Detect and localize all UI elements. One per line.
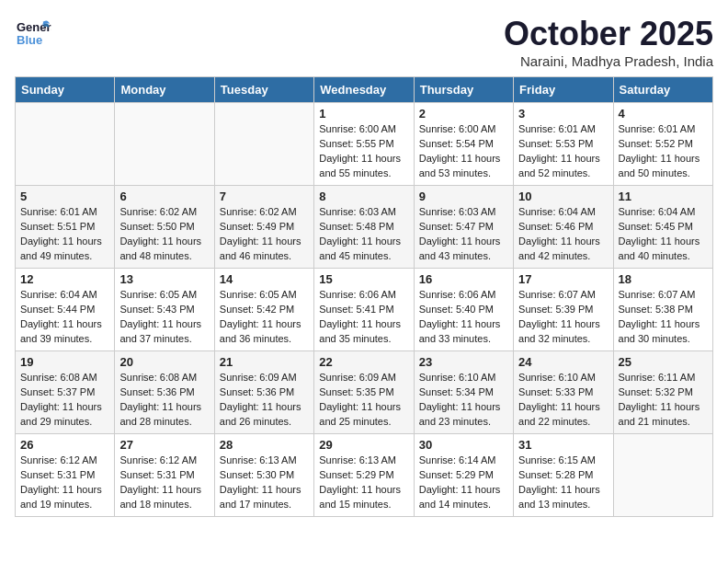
day-number: 31 [518, 438, 608, 452]
weekday-wednesday: Wednesday [314, 77, 414, 103]
day-number: 10 [518, 190, 608, 203]
day-cell: 18Sunrise: 6:07 AMSunset: 5:38 PMDayligh… [613, 269, 712, 351]
day-cell: 5Sunrise: 6:01 AMSunset: 5:51 PMDaylight… [16, 186, 115, 269]
day-number: 22 [319, 355, 408, 369]
day-info: Sunrise: 6:10 AMSunset: 5:34 PMDaylight:… [419, 371, 508, 430]
day-number: 20 [119, 355, 209, 369]
calendar-table: SundayMondayTuesdayWednesdayThursdayFrid… [15, 76, 713, 517]
day-cell [115, 103, 214, 186]
day-cell: 2Sunrise: 6:00 AMSunset: 5:54 PMDaylight… [414, 103, 513, 186]
day-number: 3 [518, 107, 608, 121]
day-info: Sunrise: 6:10 AMSunset: 5:33 PMDaylight:… [518, 371, 608, 430]
day-info: Sunrise: 6:13 AMSunset: 5:30 PMDaylight:… [220, 454, 309, 512]
day-cell: 24Sunrise: 6:10 AMSunset: 5:33 PMDayligh… [514, 351, 613, 434]
day-cell: 1Sunrise: 6:00 AMSunset: 5:55 PMDaylight… [314, 103, 414, 186]
day-number: 2 [419, 107, 508, 121]
svg-text:Blue: Blue [17, 33, 42, 47]
weekday-thursday: Thursday [414, 77, 513, 103]
day-cell: 19Sunrise: 6:08 AMSunset: 5:37 PMDayligh… [16, 351, 115, 434]
day-info: Sunrise: 6:08 AMSunset: 5:37 PMDaylight:… [20, 371, 109, 430]
day-info: Sunrise: 6:02 AMSunset: 5:50 PMDaylight:… [119, 205, 209, 264]
day-info: Sunrise: 6:00 AMSunset: 5:54 PMDaylight:… [419, 122, 508, 181]
logo-svg: General Blue [15, 15, 51, 52]
location: Naraini, Madhya Pradesh, India [504, 53, 713, 69]
day-number: 14 [220, 272, 309, 286]
day-number: 24 [518, 355, 608, 369]
day-info: Sunrise: 6:03 AMSunset: 5:48 PMDaylight:… [319, 205, 408, 264]
day-number: 18 [619, 272, 708, 286]
weekday-tuesday: Tuesday [214, 77, 313, 103]
day-cell: 14Sunrise: 6:05 AMSunset: 5:42 PMDayligh… [214, 269, 313, 351]
day-number: 21 [220, 355, 309, 369]
weekday-header-row: SundayMondayTuesdayWednesdayThursdayFrid… [16, 77, 713, 103]
day-cell: 12Sunrise: 6:04 AMSunset: 5:44 PMDayligh… [16, 269, 115, 351]
week-row-1: 1Sunrise: 6:00 AMSunset: 5:55 PMDaylight… [16, 103, 713, 186]
day-info: Sunrise: 6:04 AMSunset: 5:46 PMDaylight:… [518, 205, 608, 264]
logo: General Blue [15, 15, 51, 52]
day-cell: 27Sunrise: 6:12 AMSunset: 5:31 PMDayligh… [115, 434, 214, 517]
day-info: Sunrise: 6:08 AMSunset: 5:36 PMDaylight:… [119, 371, 209, 430]
day-info: Sunrise: 6:04 AMSunset: 5:45 PMDaylight:… [619, 205, 708, 264]
day-cell: 31Sunrise: 6:15 AMSunset: 5:28 PMDayligh… [514, 434, 613, 517]
day-cell: 9Sunrise: 6:03 AMSunset: 5:47 PMDaylight… [414, 186, 513, 269]
day-number: 11 [619, 190, 708, 203]
day-info: Sunrise: 6:01 AMSunset: 5:51 PMDaylight:… [20, 205, 109, 264]
day-cell: 11Sunrise: 6:04 AMSunset: 5:45 PMDayligh… [613, 186, 712, 269]
day-info: Sunrise: 6:12 AMSunset: 5:31 PMDaylight:… [119, 454, 209, 512]
day-info: Sunrise: 6:09 AMSunset: 5:35 PMDaylight:… [319, 371, 408, 430]
day-info: Sunrise: 6:06 AMSunset: 5:40 PMDaylight:… [419, 288, 508, 347]
day-cell: 6Sunrise: 6:02 AMSunset: 5:50 PMDaylight… [115, 186, 214, 269]
day-cell: 13Sunrise: 6:05 AMSunset: 5:43 PMDayligh… [115, 269, 214, 351]
day-cell: 16Sunrise: 6:06 AMSunset: 5:40 PMDayligh… [414, 269, 513, 351]
weekday-saturday: Saturday [613, 77, 712, 103]
day-info: Sunrise: 6:07 AMSunset: 5:39 PMDaylight:… [518, 288, 608, 347]
logo-icon: General Blue [15, 15, 51, 52]
week-row-4: 19Sunrise: 6:08 AMSunset: 5:37 PMDayligh… [16, 351, 713, 434]
day-cell: 22Sunrise: 6:09 AMSunset: 5:35 PMDayligh… [314, 351, 414, 434]
day-cell: 4Sunrise: 6:01 AMSunset: 5:52 PMDaylight… [613, 103, 712, 186]
day-info: Sunrise: 6:03 AMSunset: 5:47 PMDaylight:… [419, 205, 508, 264]
page-header: General Blue October 2025 Naraini, Madhy… [15, 15, 713, 69]
day-number: 4 [619, 107, 708, 121]
weekday-sunday: Sunday [16, 77, 115, 103]
day-info: Sunrise: 6:00 AMSunset: 5:55 PMDaylight:… [319, 122, 408, 181]
title-block: October 2025 Naraini, Madhya Pradesh, In… [504, 15, 713, 69]
day-cell [16, 103, 115, 186]
day-info: Sunrise: 6:01 AMSunset: 5:52 PMDaylight:… [619, 122, 708, 181]
day-number: 28 [220, 438, 309, 452]
week-row-2: 5Sunrise: 6:01 AMSunset: 5:51 PMDaylight… [16, 186, 713, 269]
day-cell: 8Sunrise: 6:03 AMSunset: 5:48 PMDaylight… [314, 186, 414, 269]
day-number: 13 [119, 272, 209, 286]
day-number: 25 [619, 355, 708, 369]
calendar-body: 1Sunrise: 6:00 AMSunset: 5:55 PMDaylight… [16, 103, 713, 517]
day-number: 23 [419, 355, 508, 369]
day-number: 7 [220, 190, 309, 203]
week-row-5: 26Sunrise: 6:12 AMSunset: 5:31 PMDayligh… [16, 434, 713, 517]
day-number: 8 [319, 190, 408, 203]
day-number: 30 [419, 438, 508, 452]
day-cell [613, 434, 712, 517]
day-info: Sunrise: 6:09 AMSunset: 5:36 PMDaylight:… [220, 371, 309, 430]
month-title: October 2025 [504, 15, 713, 53]
day-cell: 15Sunrise: 6:06 AMSunset: 5:41 PMDayligh… [314, 269, 414, 351]
day-cell: 20Sunrise: 6:08 AMSunset: 5:36 PMDayligh… [115, 351, 214, 434]
day-cell: 21Sunrise: 6:09 AMSunset: 5:36 PMDayligh… [214, 351, 313, 434]
day-number: 5 [20, 190, 109, 203]
day-info: Sunrise: 6:13 AMSunset: 5:29 PMDaylight:… [319, 454, 408, 512]
day-cell: 28Sunrise: 6:13 AMSunset: 5:30 PMDayligh… [214, 434, 313, 517]
day-number: 29 [319, 438, 408, 452]
day-number: 17 [518, 272, 608, 286]
day-cell [214, 103, 313, 186]
day-info: Sunrise: 6:11 AMSunset: 5:32 PMDaylight:… [619, 371, 708, 430]
day-number: 12 [20, 272, 109, 286]
day-info: Sunrise: 6:12 AMSunset: 5:31 PMDaylight:… [20, 454, 109, 512]
day-number: 16 [419, 272, 508, 286]
day-info: Sunrise: 6:06 AMSunset: 5:41 PMDaylight:… [319, 288, 408, 347]
day-cell: 26Sunrise: 6:12 AMSunset: 5:31 PMDayligh… [16, 434, 115, 517]
day-number: 1 [319, 107, 408, 121]
day-cell: 17Sunrise: 6:07 AMSunset: 5:39 PMDayligh… [514, 269, 613, 351]
day-cell: 25Sunrise: 6:11 AMSunset: 5:32 PMDayligh… [613, 351, 712, 434]
day-info: Sunrise: 6:05 AMSunset: 5:42 PMDaylight:… [220, 288, 309, 347]
week-row-3: 12Sunrise: 6:04 AMSunset: 5:44 PMDayligh… [16, 269, 713, 351]
day-info: Sunrise: 6:07 AMSunset: 5:38 PMDaylight:… [619, 288, 708, 347]
